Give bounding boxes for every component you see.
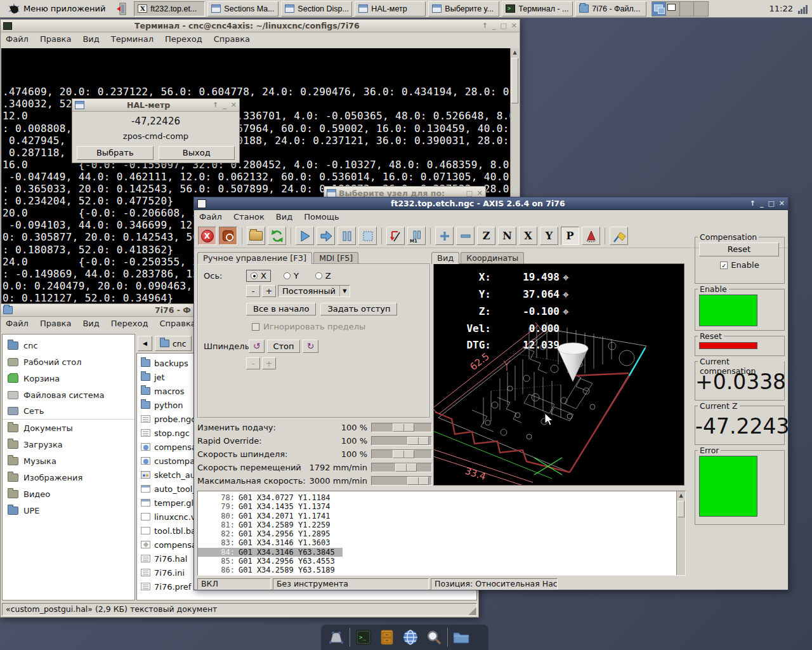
resize-grip[interactable] — [468, 604, 476, 615]
slider-thumb[interactable] — [393, 423, 414, 432]
stop-button[interactable] — [358, 227, 377, 245]
sidebar-place-item[interactable]: Корзина — [3, 370, 134, 387]
terminal-launcher-icon[interactable]: >_ — [353, 627, 374, 647]
sidebar-place-item[interactable]: Музыка — [3, 453, 134, 469]
shade-icon[interactable]: ↑ — [750, 199, 756, 208]
taskbar-window-button[interactable]: Терминал - ... — [502, 1, 573, 17]
spindle-slower-button[interactable]: - — [246, 357, 260, 369]
taskbar-window-button[interactable]: Section Disp... — [281, 1, 352, 17]
gcode-scrollbar[interactable]: ▲ — [676, 491, 685, 575]
shade-icon[interactable]: ↑ — [213, 101, 218, 109]
gcode-listing[interactable]: 78: G01 X34.0727 Y1.1184 79: G01 X34.143… — [197, 491, 686, 576]
touch-off-button[interactable]: Задать отступ — [320, 303, 397, 315]
menu-item[interactable]: Справка — [214, 34, 250, 44]
estop-button[interactable]: X — [198, 227, 216, 245]
sidebar-place-item[interactable]: Рабочий стол — [3, 354, 134, 370]
slider-thumb[interactable] — [395, 463, 417, 472]
scroll-up-icon[interactable]: ▲ — [677, 491, 685, 500]
gcode-line[interactable]: 80: G01 X34.2071 Y1.1741 — [198, 512, 338, 521]
taskbar-window-button[interactable]: ft232.top.et... — [134, 1, 205, 17]
sidebar-place-item[interactable]: UPE — [3, 502, 134, 519]
close-icon[interactable]: ✕ — [511, 22, 517, 30]
spindle-cw-button[interactable]: ↻ — [303, 340, 318, 353]
taskbar-window-button[interactable]: 7i76 - Файл... — [575, 1, 646, 17]
axis-titlebar[interactable]: ft232.top.etch.ngc - AXIS 2.6.4 on 7i76 … — [194, 197, 788, 210]
menu-item[interactable]: Файл — [6, 34, 29, 44]
slider-thumb[interactable] — [393, 450, 414, 458]
spindle-faster-button[interactable]: + — [262, 357, 276, 369]
scrollbar-thumb[interactable] — [678, 501, 684, 517]
radio-axis-y[interactable]: Y — [280, 270, 303, 281]
menu-item[interactable]: Правка — [40, 34, 71, 44]
terminal-titlebar[interactable]: Терминал - cnc@cnc4axis: ~/linuxcnc/conf… — [1, 20, 520, 32]
minimize-icon[interactable]: _ — [223, 101, 226, 109]
sidebar-place-item[interactable]: Файловая система — [3, 387, 134, 403]
override-slider[interactable] — [371, 476, 432, 486]
view-perspective-button[interactable]: P — [561, 227, 579, 245]
rotate-view-button[interactable] — [582, 227, 600, 245]
spindle-stop-button[interactable]: Стоп — [267, 340, 300, 353]
override-slider[interactable] — [371, 463, 432, 472]
scroll-up-icon[interactable]: ▲ — [511, 48, 519, 57]
tab-mdi[interactable]: MDI [F5] — [313, 252, 358, 264]
override-limits-checkbox[interactable] — [252, 323, 259, 331]
jog-minus-button[interactable]: - — [246, 285, 260, 297]
enable-checkbox[interactable]: ✓ — [720, 262, 728, 269]
menu-item[interactable]: Файл — [199, 212, 222, 222]
shade-icon[interactable]: ↑ — [482, 22, 488, 30]
workspace-2[interactable] — [666, 2, 680, 16]
home-all-button[interactable]: Все в начало — [246, 303, 316, 315]
search-icon[interactable] — [424, 627, 444, 647]
slider-thumb[interactable] — [407, 437, 429, 445]
menu-item[interactable]: Справка — [159, 319, 195, 328]
spindle-ccw-button[interactable]: ↺ — [249, 340, 265, 353]
view-y-button[interactable]: Y — [540, 227, 558, 245]
sidebar-place-item[interactable]: Сеть — [3, 403, 134, 420]
gcode-line[interactable]: 78: G01 X34.0727 Y1.1184 — [198, 493, 338, 502]
workspace-settings-icon[interactable] — [326, 627, 346, 647]
exit-button[interactable]: Выход — [159, 146, 235, 160]
menu-item[interactable]: Переход — [111, 319, 148, 328]
menu-item[interactable]: Файл — [6, 319, 29, 328]
system-monitor-icon[interactable] — [798, 4, 808, 14]
workspace-4[interactable] — [694, 2, 708, 16]
workspace-3[interactable] — [680, 2, 694, 16]
sidebar-place-item[interactable]: Загрузка — [3, 436, 134, 453]
gcode-line[interactable]: 79: G01 X34.1435 Y1.1374 — [198, 502, 338, 511]
sidebar-place-item[interactable]: Документы — [3, 420, 134, 436]
zoom-in-button[interactable] — [435, 227, 454, 245]
menu-item[interactable]: Помощь — [304, 212, 339, 222]
back-button[interactable]: ◀ — [138, 336, 152, 351]
view-z2-button[interactable]: N — [498, 227, 516, 245]
gcode-line[interactable]: 82: G01 X34.2956 Y1.2895 — [198, 529, 338, 538]
taskbar-window-button[interactable]: Sections Ma... — [207, 1, 278, 17]
menu-item[interactable]: Правка — [40, 319, 71, 328]
optional-stop-button[interactable]: M1 — [407, 227, 426, 245]
halmeter-titlebar[interactable]: HAL-метр ↑ _ ✕ — [72, 99, 239, 112]
clear-plot-button[interactable] — [610, 227, 628, 245]
path-button-cnc[interactable]: cnc — [155, 336, 192, 351]
skip-lines-button[interactable] — [386, 227, 405, 245]
tab-preview[interactable]: Вид — [431, 252, 459, 264]
maximize-icon[interactable]: □ — [500, 22, 506, 30]
select-pin-button[interactable]: Выбрать — [77, 146, 154, 160]
close-icon[interactable]: ✕ — [779, 199, 785, 208]
scrollbar-thumb[interactable] — [511, 58, 518, 103]
open-file-button[interactable] — [247, 227, 265, 245]
radio-axis-x[interactable]: X — [246, 270, 271, 282]
menu-item[interactable]: Терминал — [111, 34, 154, 44]
menu-item[interactable]: Вид — [82, 34, 99, 44]
file-cabinet-icon[interactable] — [377, 627, 397, 647]
menu-item[interactable]: Станок — [233, 212, 265, 222]
sidebar-place-item[interactable]: Изображения — [3, 469, 134, 486]
compensation-reset-button[interactable]: Reset — [699, 242, 779, 256]
workspace-pager[interactable] — [652, 1, 709, 17]
override-slider[interactable] — [371, 449, 432, 459]
menu-item[interactable]: Переход — [165, 34, 202, 44]
sidebar-place-item[interactable]: Видео — [3, 486, 134, 502]
view-z-button[interactable]: Z — [477, 227, 495, 245]
preview-canvas[interactable]: 62.5 33.4 X: 19.498 Y: — [433, 263, 684, 486]
menu-item[interactable]: Вид — [276, 212, 292, 222]
zoom-out-button[interactable] — [456, 227, 475, 245]
tab-dro[interactable]: Координаты — [461, 252, 524, 264]
